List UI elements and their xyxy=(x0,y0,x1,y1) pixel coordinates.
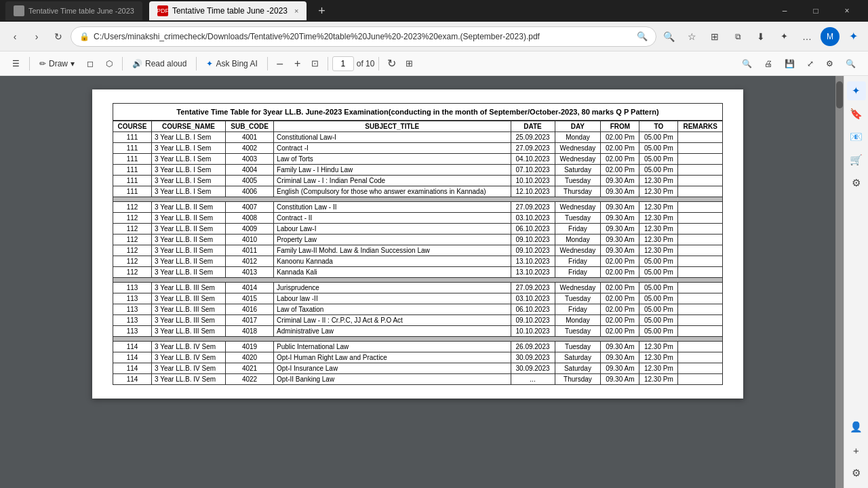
search-all-button[interactable]: 🔍 xyxy=(840,54,861,73)
search-sidebar-icon[interactable]: 🔍 xyxy=(659,27,678,46)
draw-button[interactable]: ✏ Draw ▾ xyxy=(34,54,80,73)
ask-bing-ai-button[interactable]: ✦ Ask Bing AI xyxy=(201,54,262,73)
edge-sidebar-person-icon[interactable]: 👤 xyxy=(847,418,866,436)
cell-2-2-7: 05.00 Pm xyxy=(639,304,678,315)
eraser-icon: ◻ xyxy=(87,59,94,68)
pdf-viewer[interactable]: Tentative Time Table for 3year LL.B. Jun… xyxy=(0,76,835,488)
fit-page-button[interactable]: ⊡ xyxy=(307,56,323,72)
cell-1-4-1: 3 Year LL.B. II Sem xyxy=(152,245,226,256)
save-button[interactable]: 💾 xyxy=(779,54,800,73)
cell-3-3-7: 12.30 Pm xyxy=(639,374,678,385)
tab-label: Tentative Time table June -2023 xyxy=(172,6,288,16)
rotate-button[interactable]: ↻ xyxy=(383,56,399,72)
edge-sidebar-tools-icon[interactable]: ⚙ xyxy=(847,174,866,192)
tab-active[interactable]: PDF Tentative Time table June -2023 × xyxy=(149,1,307,20)
zoom-out-button[interactable]: – xyxy=(272,56,288,72)
cell-1-6-8 xyxy=(678,267,723,278)
cell-2-0-1: 3 Year LL.B. III Sem xyxy=(152,283,226,293)
cell-0-2-0: 111 xyxy=(113,154,152,165)
separator-4 xyxy=(267,57,268,70)
cell-0-3-4: 07.10.2023 xyxy=(511,165,555,176)
cell-2-4-2: 4018 xyxy=(226,326,274,337)
cell-3-1-5: Saturday xyxy=(555,352,601,363)
fit-width-button[interactable]: ⊞ xyxy=(401,56,417,72)
cell-2-0-5: Wednesday xyxy=(555,283,601,293)
cell-3-0-0: 114 xyxy=(113,342,152,352)
scrollbar[interactable] xyxy=(835,76,844,488)
refresh-button[interactable]: ↻ xyxy=(49,27,68,46)
edge-sidebar-shop-icon[interactable]: 🛒 xyxy=(847,150,866,169)
cell-0-3-1: 3 Year LL.B. I Sem xyxy=(152,165,226,176)
fullscreen-button[interactable]: ⤢ xyxy=(802,54,819,73)
cell-2-2-0: 113 xyxy=(113,304,152,315)
address-bar[interactable]: 🔒 C:/Users/minakshi_crimecheck/Downloads… xyxy=(71,26,656,47)
cell-1-2-2: 4009 xyxy=(226,224,274,235)
cell-2-2-6: 02.00 Pm xyxy=(601,304,639,315)
maximize-button[interactable]: □ xyxy=(800,0,831,22)
page-number-input[interactable] xyxy=(332,56,354,71)
cell-0-5-0: 111 xyxy=(113,186,152,197)
close-button[interactable]: × xyxy=(831,0,863,22)
cell-1-1-1: 3 Year LL.B. II Sem xyxy=(152,213,226,224)
minimize-button[interactable]: – xyxy=(769,0,800,22)
eraser-button[interactable]: ◻ xyxy=(81,54,99,73)
download-icon[interactable]: ⬇ xyxy=(751,27,770,46)
tab-favicon-inactive xyxy=(14,5,24,16)
print-button[interactable]: 🖨 xyxy=(759,54,778,73)
cell-0-0-4: 25.09.2023 xyxy=(511,132,555,143)
edge-copilot-icon[interactable]: ✦ xyxy=(844,27,863,46)
cell-0-4-8 xyxy=(678,176,723,186)
settings-button[interactable]: ⚙ xyxy=(821,54,839,73)
table-row: 1113 Year LL.B. I Sem4004Family Law - I … xyxy=(113,165,723,176)
search-pdf-button[interactable]: 🔍 xyxy=(736,54,757,73)
edge-sidebar-bookmark-icon[interactable]: 🔖 xyxy=(847,104,866,123)
menu-button[interactable]: ☰ xyxy=(7,54,25,73)
zoom-in-button[interactable]: + xyxy=(290,56,306,72)
col-day: DAY xyxy=(555,121,601,132)
back-button[interactable]: ‹ xyxy=(5,27,24,46)
cell-0-4-1: 3 Year LL.B. I Sem xyxy=(152,176,226,186)
forward-button[interactable]: › xyxy=(27,27,46,46)
table-row: 1123 Year LL.B. II Sem4010Property Law09… xyxy=(113,235,723,245)
tab-close-btn[interactable]: × xyxy=(294,7,298,15)
extensions-icon[interactable]: ⧉ xyxy=(728,27,747,46)
new-tab-button[interactable]: + xyxy=(312,1,331,20)
scrollbar-thumb[interactable] xyxy=(836,81,843,108)
cell-0-1-7: 05.00 Pm xyxy=(639,143,678,154)
cell-2-4-0: 113 xyxy=(113,326,152,337)
cell-1-4-5: Wednesday xyxy=(555,245,601,256)
cell-1-0-2: 4007 xyxy=(226,202,274,213)
more-options-icon[interactable]: … xyxy=(797,27,816,46)
cell-0-1-0: 111 xyxy=(113,143,152,154)
cell-1-1-4: 03.10.2023 xyxy=(511,213,555,224)
edge-sidebar-add-icon[interactable]: + xyxy=(847,441,866,460)
cell-0-3-6: 02.00 Pm xyxy=(601,165,639,176)
table-row: 1133 Year LL.B. III Sem4018Administrativ… xyxy=(113,326,723,337)
cell-1-3-5: Monday xyxy=(555,235,601,245)
edge-sidebar-settings-icon[interactable]: ⚙ xyxy=(847,464,866,483)
highlight-button[interactable]: ⬡ xyxy=(100,54,118,73)
cell-3-3-0: 114 xyxy=(113,374,152,385)
cell-0-2-2: 4003 xyxy=(226,154,274,165)
profile-icon[interactable]: M xyxy=(821,27,840,46)
cell-0-5-3: English (Compulsory for those who answer… xyxy=(274,186,511,197)
collection-icon[interactable]: ✦ xyxy=(774,27,793,46)
cell-0-5-8 xyxy=(678,186,723,197)
address-search-icon: 🔍 xyxy=(637,31,648,41)
edge-sidebar-mail-icon[interactable]: 📧 xyxy=(847,127,866,146)
cell-3-2-1: 3 Year LL.B. IV Sem xyxy=(152,363,226,374)
read-aloud-button[interactable]: 🔊 Read aloud xyxy=(127,54,192,73)
separator-cell xyxy=(113,337,723,342)
cell-1-1-8 xyxy=(678,213,723,224)
read-aloud-label: Read aloud xyxy=(145,59,186,68)
cell-0-0-5: Monday xyxy=(555,132,601,143)
edge-sidebar-copilot-icon[interactable]: ✦ xyxy=(847,81,866,100)
cell-0-5-2: 4006 xyxy=(226,186,274,197)
cell-3-1-6: 09.30 Am xyxy=(601,352,639,363)
cell-0-5-5: Thursday xyxy=(555,186,601,197)
cell-3-3-2: 4022 xyxy=(226,374,274,385)
separator-6 xyxy=(378,57,379,70)
split-view-icon[interactable]: ⊞ xyxy=(705,27,724,46)
favorite-icon[interactable]: ☆ xyxy=(682,27,701,46)
viewer-container: Tentative Time Table for 3year LL.B. Jun… xyxy=(0,76,868,488)
